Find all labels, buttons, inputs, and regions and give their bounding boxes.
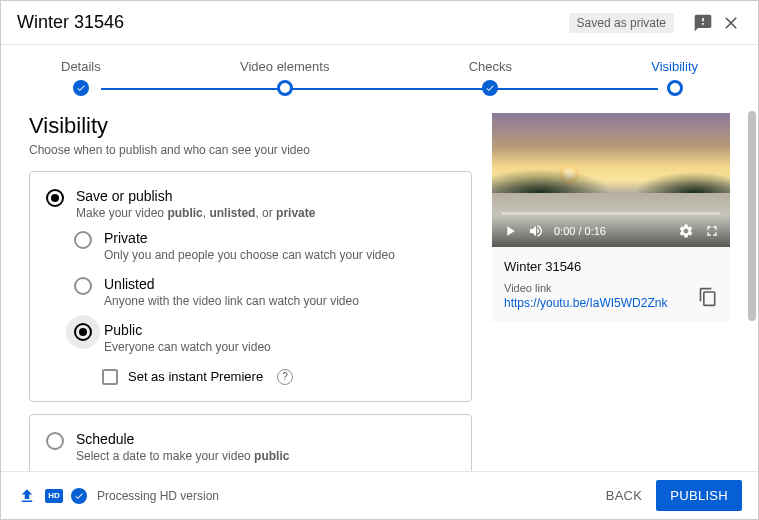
volume-icon[interactable] <box>528 223 544 239</box>
save-publish-desc: Make your video public, unlisted, or pri… <box>76 206 315 220</box>
video-link[interactable]: https://youtu.be/IaWI5WD2Znk <box>504 296 667 310</box>
dialog-header: Winter 31546 Saved as private <box>1 1 758 45</box>
radio-ripple <box>66 315 100 349</box>
step-label: Details <box>61 59 101 74</box>
schedule-desc: Select a date to make your video public <box>76 449 289 463</box>
public-desc: Everyone can watch your video <box>104 340 271 354</box>
unlisted-radio[interactable] <box>74 277 92 295</box>
step-details[interactable]: Details <box>61 59 101 96</box>
preview-panel: 0:00 / 0:16 Winter 31546 Video link http… <box>492 113 730 457</box>
premiere-row[interactable]: Set as instant Premiere ? <box>102 368 455 385</box>
video-controls: 0:00 / 0:16 <box>492 215 730 247</box>
step-label: Checks <box>469 59 512 74</box>
private-radio[interactable] <box>74 231 92 249</box>
help-icon[interactable]: ? <box>277 369 293 385</box>
close-icon[interactable] <box>720 12 742 34</box>
step-label: Visibility <box>651 59 698 74</box>
save-publish-radio[interactable] <box>46 189 64 207</box>
upload-icon <box>17 486 37 506</box>
back-button[interactable]: BACK <box>592 480 657 511</box>
step-label: Video elements <box>240 59 329 74</box>
unlisted-desc: Anyone with the video link can watch you… <box>104 294 359 308</box>
step-dot-check-icon <box>482 80 498 96</box>
visibility-sub-options: Private Only you and people you choose c… <box>74 230 455 354</box>
save-status-chip: Saved as private <box>569 13 674 33</box>
premiere-label: Set as instant Premiere <box>128 369 263 384</box>
visibility-subheading: Choose when to publish and who can see y… <box>29 143 472 157</box>
visibility-heading: Visibility <box>29 113 472 139</box>
video-thumbnail[interactable]: 0:00 / 0:16 <box>492 113 730 247</box>
upload-stepper: Details Video elements Checks Visibility <box>1 45 758 97</box>
step-dot-ring-icon <box>277 80 293 96</box>
step-checks[interactable]: Checks <box>469 59 512 96</box>
step-visibility[interactable]: Visibility <box>651 59 698 96</box>
visibility-panel: Visibility Choose when to publish and wh… <box>29 113 472 457</box>
unlisted-title: Unlisted <box>104 276 359 292</box>
save-publish-title: Save or publish <box>76 188 315 204</box>
checks-complete-icon <box>71 488 87 504</box>
step-dot-check-icon <box>73 80 89 96</box>
publish-button[interactable]: PUBLISH <box>656 480 742 511</box>
option-unlisted[interactable]: Unlisted Anyone with the video link can … <box>74 276 455 308</box>
processing-status: Processing HD version <box>97 489 219 503</box>
public-radio[interactable] <box>74 323 92 341</box>
schedule-radio[interactable] <box>46 432 64 450</box>
video-title: Winter 31546 <box>17 12 569 33</box>
step-dot-active-icon <box>667 80 683 96</box>
private-desc: Only you and people you choose can watch… <box>104 248 395 262</box>
hd-badge-icon: HD <box>45 489 63 503</box>
video-time: 0:00 / 0:16 <box>554 225 606 237</box>
settings-icon[interactable] <box>678 223 694 239</box>
schedule-title: Schedule <box>76 431 289 447</box>
public-title: Public <box>104 322 271 338</box>
private-title: Private <box>104 230 395 246</box>
dialog-content: Visibility Choose when to publish and wh… <box>1 97 758 517</box>
thumbnail-trees <box>492 153 730 193</box>
preview-title: Winter 31546 <box>504 259 718 274</box>
dialog-footer: HD Processing HD version BACK PUBLISH <box>1 471 758 519</box>
option-public[interactable]: Public Everyone can watch your video <box>74 322 455 354</box>
fullscreen-icon[interactable] <box>704 223 720 239</box>
footer-status-icons: HD <box>17 486 87 506</box>
option-private[interactable]: Private Only you and people you choose c… <box>74 230 455 262</box>
schedule-option[interactable]: Schedule Select a date to make your vide… <box>46 431 455 463</box>
copy-link-icon[interactable] <box>698 287 718 310</box>
step-video-elements[interactable]: Video elements <box>240 59 329 96</box>
feedback-icon[interactable] <box>692 12 714 34</box>
video-link-label: Video link <box>504 282 667 294</box>
play-icon[interactable] <box>502 223 518 239</box>
stepper-line <box>101 88 658 90</box>
save-publish-card: Save or publish Make your video public, … <box>29 171 472 402</box>
save-publish-option[interactable]: Save or publish Make your video public, … <box>46 188 455 220</box>
scrollbar[interactable] <box>748 111 756 321</box>
premiere-checkbox[interactable] <box>102 369 118 385</box>
video-info-box: Winter 31546 Video link https://youtu.be… <box>492 247 730 322</box>
